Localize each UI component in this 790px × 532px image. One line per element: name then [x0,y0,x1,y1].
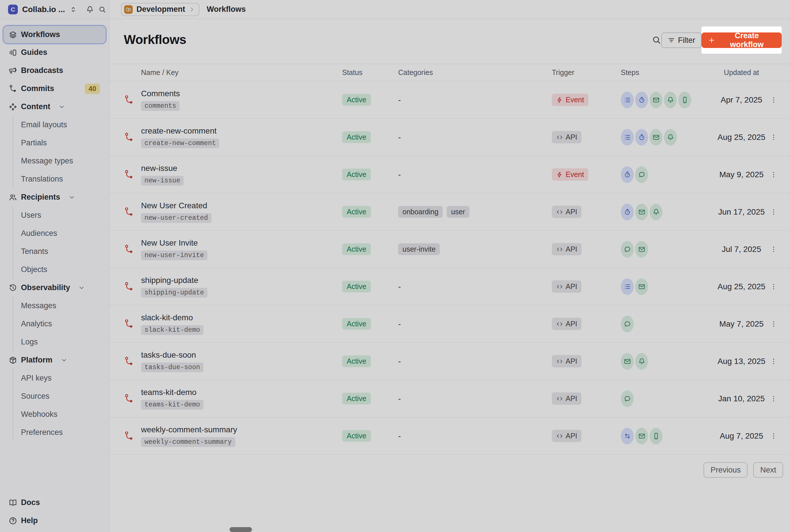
sidebar-item-message-types[interactable]: Message types [13,152,109,170]
sidebar-item-docs[interactable]: Docs [0,494,109,512]
row-menu-kebab-icon[interactable] [769,282,778,291]
row-menu-kebab-icon[interactable] [769,132,778,142]
stopwatch-icon [638,134,646,141]
global-search-icon[interactable] [98,5,106,14]
previous-page-button[interactable]: Previous [704,462,748,478]
row-menu-kebab-icon[interactable] [769,319,778,329]
sidebar-item-messages[interactable]: Messages [13,297,109,315]
trigger-cell: API [552,393,621,405]
workflow-name: teams-kit-demo [141,388,342,397]
filter-button[interactable]: Filter [661,33,701,48]
notifications-bell-icon[interactable] [86,5,94,14]
empty-placeholder: - [398,282,401,291]
step-delay [621,204,634,220]
sidebar-item-observability[interactable]: Observability [0,279,109,297]
sidebar-item-partials[interactable]: Partials [13,134,109,152]
workflow-row[interactable]: create-new-commentcreate-new-commentActi… [110,119,790,156]
next-page-button[interactable]: Next [753,462,783,478]
sidebar-item-email-layouts[interactable]: Email layouts [13,116,109,134]
workflow-name-cell: tasks-due-soontasks-due-soon [141,350,342,372]
step-delay [621,166,634,183]
list-icon [624,283,631,290]
workflow-row[interactable]: New User Creatednew-user-createdActiveon… [110,193,790,231]
trigger-cell: API [552,243,621,255]
updated-at: Jul 7, 2025 [716,245,767,254]
workflow-row[interactable]: New User Invitenew-user-inviteActiveuser… [110,231,790,268]
sidebar-item-users[interactable]: Users [13,206,109,224]
layers-icon [8,31,17,39]
workflow-row[interactable]: CommentscommentsActive-EventApr 7, 2025 [110,81,790,119]
workspace-name[interactable]: Collab.io ... [22,5,65,14]
create-workflow-label: Create workflow [718,31,775,49]
sidebar-item-commits[interactable]: Commits40 [0,80,109,98]
sidebar-item-help[interactable]: Help [0,512,109,530]
sidebar-item-api-keys[interactable]: API keys [13,369,109,387]
envelope-icon [638,283,646,290]
create-workflow-button[interactable]: Create workflow [701,33,782,48]
trigger-badge: API [552,318,581,330]
row-menu-kebab-icon[interactable] [769,394,778,404]
status-badge: Active [342,430,371,442]
row-menu-kebab-icon[interactable] [769,95,778,105]
sidebar-item-webhooks[interactable]: Webhooks [13,405,109,423]
workflow-name: New User Created [141,201,342,210]
sidebar-item-platform[interactable]: Platform [0,351,109,369]
row-menu-kebab-icon[interactable] [769,207,778,217]
sidebar-item-sources[interactable]: Sources [13,387,109,405]
trigger-cell: API [552,206,621,218]
chevdown [61,357,67,363]
status-cell: Active [342,169,398,180]
workflow-row[interactable]: new-issuenew-issueActive-EventMay 9, 202… [110,156,790,193]
workspace-select-icon[interactable] [69,5,77,14]
page-header: Workflows Filter Create workflow [110,19,790,64]
row-menu-kebab-icon[interactable] [769,170,778,179]
stopwatch-icon [624,208,631,216]
workflow-row[interactable]: teams-kit-demoteams-kit-demoActive-APIJa… [110,380,790,417]
workflow-row[interactable]: slack-kit-demoslack-kit-demoActive-APIMa… [110,305,790,343]
trigger-cell: API [552,280,621,293]
branch-icon [124,170,134,180]
column-header-name-key: Name / Key [141,69,342,77]
branch-icon [124,282,134,292]
sidebar-item-logs[interactable]: Logs [13,333,109,351]
sidebar-item-content[interactable]: Content [0,98,109,116]
trigger-cell: API [552,430,621,442]
branch-icon [124,244,134,254]
step-email [650,92,662,108]
bell-icon [638,358,646,365]
horizontal-scrollbar-thumb[interactable] [230,527,252,532]
workflow-key: weekly-comment-summary [141,437,235,447]
sidebar-item-audiences[interactable]: Audiences [13,224,109,243]
sidebar-subgroup: Email layoutsPartialsMessage typesTransl… [13,116,109,188]
sidebar-item-translations[interactable]: Translations [13,170,109,188]
sidebar-item-objects[interactable]: Objects [13,261,109,279]
chat-bubble-icon [638,171,646,178]
sidebar-item-label: Content [21,102,50,111]
sidebar-item-guides[interactable]: Guides [0,43,109,61]
code-icon [556,134,563,141]
chevdown [69,194,75,201]
sidebar-item-broadcasts[interactable]: Broadcasts [0,61,109,80]
sidebar-item-workflows[interactable]: Workflows [3,26,106,43]
workflow-row[interactable]: shipping-updateshipping-updateActive-API… [110,268,790,305]
breadcrumb-environment[interactable]: Development [121,3,199,16]
updated-at: Aug 13, 2025 [716,357,767,366]
workspace-logo: C [8,5,18,14]
row-menu-kebab-icon[interactable] [769,357,778,366]
sidebar-item-preferences[interactable]: Preferences [13,423,109,441]
page-title: Workflows [124,33,186,47]
categories-cell: - [398,394,552,403]
workflow-name: weekly-comment-summary [141,425,342,434]
users-icon [8,193,17,202]
row-menu-kebab-icon[interactable] [769,245,778,254]
main-content: Workflows Filter Create workflow Name / … [110,19,790,532]
row-menu-kebab-icon[interactable] [769,431,778,441]
workflow-row[interactable]: weekly-comment-summaryweekly-comment-sum… [110,417,790,455]
sidebar-item-tenants[interactable]: Tenants [13,243,109,261]
workflow-row[interactable]: tasks-due-soontasks-due-soonActive-APIAu… [110,343,790,380]
workflow-key: create-new-comment [141,138,219,148]
sidebar-item-analytics[interactable]: Analytics [13,315,109,333]
sidebar-item-recipients[interactable]: Recipients [0,188,109,206]
breadcrumb-environment-label: Development [136,5,185,14]
table-search-icon[interactable] [652,35,661,45]
